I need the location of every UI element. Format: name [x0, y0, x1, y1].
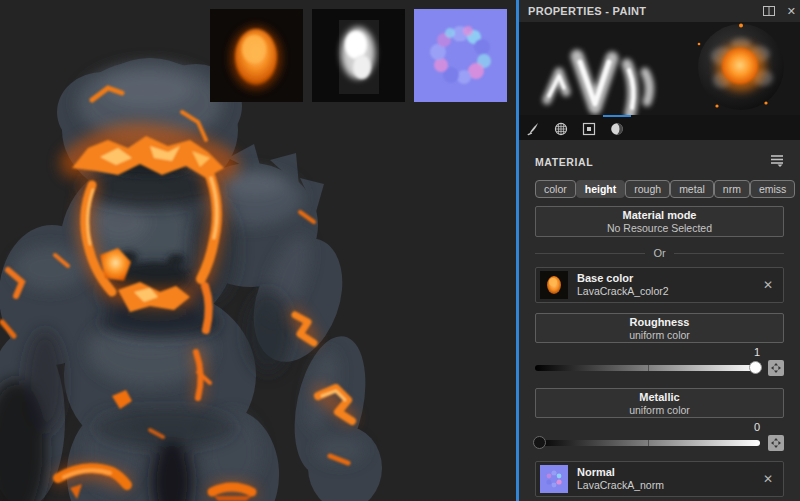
close-panel-icon[interactable]: ✕ — [787, 6, 796, 17]
mesh-sphere-icon — [553, 121, 569, 137]
or-divider: Or — [535, 247, 784, 259]
normal-resource-row[interactable]: Normal LavaCrackA_norm ✕ — [535, 461, 784, 497]
metallic-uniform-button[interactable]: Metallic uniform color — [535, 388, 784, 418]
list-options-icon[interactable] — [770, 153, 784, 171]
channel-height-button[interactable]: height — [576, 180, 626, 198]
channel-buttons: color height rough metal nrm emiss — [535, 180, 784, 198]
base-color-map-thumbnail[interactable] — [210, 9, 303, 102]
base-color-thumbnail — [540, 271, 568, 299]
roughness-uniform-button[interactable]: Roughness uniform color — [535, 313, 784, 343]
metallic-value: 0 — [535, 421, 784, 434]
normal-thumbnail — [540, 465, 568, 493]
3d-viewport[interactable] — [0, 0, 516, 501]
resource-name: LavaCrackA_norm — [577, 479, 752, 492]
panel-title: PROPERTIES - PAINT — [528, 5, 763, 17]
channel-emiss-button[interactable]: emiss — [750, 180, 795, 198]
material-sphere-icon — [609, 121, 625, 137]
roughness-expand-icon[interactable] — [768, 360, 784, 376]
metallic-slider-handle[interactable] — [533, 436, 546, 449]
properties-tab-bar — [519, 115, 800, 140]
material-mode-button[interactable]: Material mode No Resource Selected — [535, 206, 784, 237]
tab-alpha[interactable] — [547, 115, 575, 140]
height-map-thumbnail[interactable] — [312, 9, 405, 102]
material-section-label: MATERIAL — [535, 156, 770, 168]
tab-brush[interactable] — [519, 115, 547, 140]
channel-metal-button[interactable]: metal — [670, 180, 714, 198]
tab-material[interactable] — [603, 115, 631, 140]
channel-color-button[interactable]: color — [535, 180, 576, 198]
texture-map-previews — [210, 9, 507, 102]
brush-icon — [525, 121, 541, 137]
channel-rough-button[interactable]: rough — [625, 180, 670, 198]
roughness-value: 1 — [535, 346, 784, 359]
stencil-icon — [581, 121, 597, 137]
material-section: MATERIAL color height rough metal nrm em… — [519, 153, 800, 501]
metallic-slider-block: 0 — [535, 421, 784, 451]
metallic-slider[interactable] — [535, 440, 760, 446]
app-window: PROPERTIES - PAINT ✕ — [0, 0, 800, 501]
remove-normal-icon[interactable]: ✕ — [761, 471, 775, 487]
properties-panel: PROPERTIES - PAINT ✕ — [519, 0, 800, 501]
metallic-expand-icon[interactable] — [768, 435, 784, 451]
roughness-slider[interactable] — [535, 365, 760, 371]
resource-title: Normal — [577, 466, 752, 479]
tab-stencil[interactable] — [575, 115, 603, 140]
panel-header: PROPERTIES - PAINT ✕ — [519, 0, 800, 22]
remove-base-color-icon[interactable]: ✕ — [761, 277, 775, 293]
channel-nrm-button[interactable]: nrm — [714, 180, 750, 198]
roughness-slider-block: 1 — [535, 346, 784, 376]
brush-material-preview — [519, 22, 800, 115]
normal-map-thumbnail[interactable] — [414, 9, 507, 102]
base-color-resource-row[interactable]: Base color LavaCrackA_color2 ✕ — [535, 267, 784, 303]
resource-title: Base color — [577, 272, 752, 285]
roughness-slider-handle[interactable] — [749, 361, 762, 374]
resource-name: LavaCrackA_color2 — [577, 285, 752, 298]
dock-window-icon[interactable] — [763, 6, 775, 16]
